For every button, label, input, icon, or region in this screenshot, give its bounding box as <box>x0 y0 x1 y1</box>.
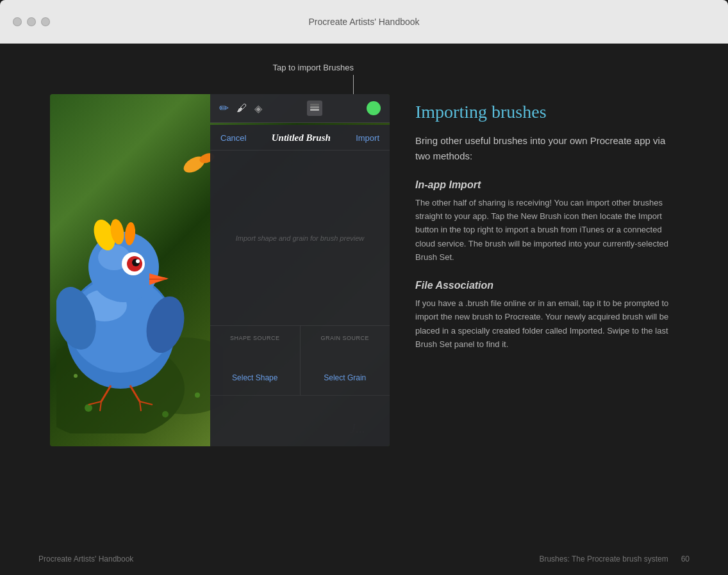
footer-page-number: 60 <box>681 555 690 563</box>
brush-sources: SHAPE SOURCE Select Shape GRAIN SOURCE S… <box>210 325 390 395</box>
footer-chapter: Brushes: The Procreate brush system <box>539 555 668 563</box>
svg-point-5 <box>74 374 78 378</box>
window-controls <box>13 17 50 26</box>
shape-source-label: SHAPE SOURCE <box>230 335 280 341</box>
annotation-text: Tap to import Brushes <box>273 63 354 72</box>
footer-right: Brushes: The Procreate brush system 60 <box>539 555 690 563</box>
select-shape-button[interactable]: Select Shape <box>232 373 277 382</box>
svg-point-19 <box>136 259 140 263</box>
brush-bottom-spacer <box>210 395 390 446</box>
active-color-dot[interactable] <box>367 101 381 115</box>
svg-rect-30 <box>310 109 319 111</box>
section-intro: Bring other useful brushes into your own… <box>415 133 678 164</box>
shape-source-col: SHAPE SOURCE Select Shape <box>210 326 301 395</box>
cancel-button[interactable]: Cancel <box>220 133 246 143</box>
left-section: Tap to import Brushes <box>50 63 390 446</box>
minimize-button[interactable] <box>27 17 36 26</box>
annotation: Tap to import Brushes <box>50 63 390 94</box>
eraser-icon[interactable]: ◈ <box>254 102 262 115</box>
maximize-button[interactable] <box>41 17 50 26</box>
content-row: Tap to import Brushes <box>50 63 678 446</box>
subsection-body-1: If you have a .brush file online or in a… <box>415 296 678 352</box>
brush-title: Untitled Brush <box>272 133 331 143</box>
ipad-screenshot: ✏ 🖌 ◈ <box>50 94 390 446</box>
svg-point-3 <box>162 411 169 417</box>
bird-illustration <box>56 120 223 433</box>
brush-preview-area: Import shape and grain for brush preview <box>210 150 390 325</box>
main-area: Tap to import Brushes <box>0 44 728 575</box>
annotation-line <box>353 75 354 94</box>
svg-point-2 <box>85 404 92 412</box>
svg-point-4 <box>195 393 200 398</box>
titlebar: Procreate Artists' Handbook <box>0 0 728 44</box>
window-title: Procreate Artists' Handbook <box>308 17 419 27</box>
layers-icon-stack[interactable] <box>307 101 322 116</box>
subsection-title-1: File Association <box>415 280 678 291</box>
pencil-icon[interactable]: ✏ <box>219 101 229 115</box>
svg-rect-32 <box>310 104 319 106</box>
select-grain-button[interactable]: Select Grain <box>324 373 366 382</box>
close-button[interactable] <box>13 17 22 26</box>
section-heading: Importing brushes <box>415 101 678 123</box>
footer: Procreate Artists' Handbook Brushes: The… <box>0 543 728 575</box>
tool-icons: ✏ 🖌 ◈ <box>219 101 262 115</box>
footer-book-title: Procreate Artists' Handbook <box>38 555 133 563</box>
brush-dialog: Cancel Untitled Brush Import Import shap… <box>210 125 390 446</box>
svg-rect-31 <box>310 106 319 108</box>
subsection-body-0: The other half of sharing is receiving! … <box>415 196 678 264</box>
brush-dialog-header: Cancel Untitled Brush Import <box>210 125 390 150</box>
grain-source-col: GRAIN SOURCE Select Grain <box>301 326 390 395</box>
brush-preview-hint: Import shape and grain for brush preview <box>236 234 365 242</box>
stack-icon <box>310 104 319 113</box>
right-section: Importing brushes Bring other useful bru… <box>415 63 678 367</box>
import-button[interactable]: Import <box>356 133 379 143</box>
brush-icon[interactable]: 🖌 <box>236 102 247 114</box>
subsection-title-0: In-app Import <box>415 179 678 191</box>
brush-toolbar: ✏ 🖌 ◈ <box>210 94 390 123</box>
grain-source-label: GRAIN SOURCE <box>320 335 369 341</box>
